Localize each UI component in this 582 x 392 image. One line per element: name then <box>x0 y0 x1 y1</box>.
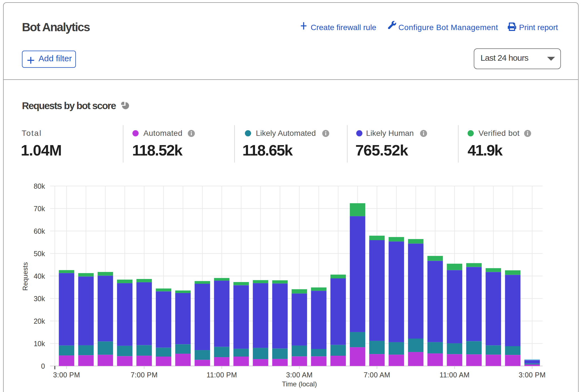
svg-text:3:00 PM: 3:00 PM <box>519 371 546 379</box>
svg-text:0: 0 <box>41 362 45 370</box>
svg-text:50k: 50k <box>34 250 45 258</box>
svg-text:11:00 AM: 11:00 AM <box>439 371 470 379</box>
svg-text:80k: 80k <box>34 182 45 190</box>
svg-text:60k: 60k <box>34 227 45 235</box>
svg-text:7:00 PM: 7:00 PM <box>131 371 158 379</box>
svg-text:3:00 AM: 3:00 AM <box>286 371 313 379</box>
svg-text:30k: 30k <box>34 295 45 303</box>
svg-text:70k: 70k <box>34 205 45 213</box>
svg-text:7:00 AM: 7:00 AM <box>364 371 390 379</box>
svg-text:40k: 40k <box>34 272 45 280</box>
svg-text:Requests: Requests <box>21 262 29 290</box>
svg-text:10k: 10k <box>34 340 45 348</box>
svg-text:Time (local): Time (local) <box>282 380 317 388</box>
svg-text:11:00 PM: 11:00 PM <box>207 371 237 379</box>
svg-text:3:00 PM: 3:00 PM <box>53 371 80 379</box>
svg-text:20k: 20k <box>34 317 45 325</box>
